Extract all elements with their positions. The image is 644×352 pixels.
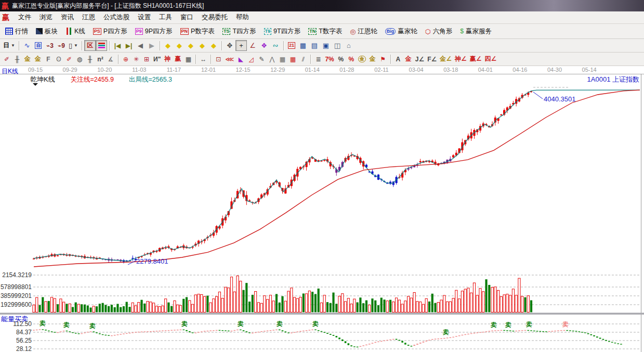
sectors-button[interactable]: 板块 [32, 25, 61, 37]
t-square-button[interactable]: TST四方形 [219, 25, 260, 37]
zoom-out-h-button[interactable]: ◆ [185, 40, 196, 51]
shift-right-button[interactable]: ◆ [174, 40, 185, 51]
angle-measure-button[interactable]: ∠ [247, 40, 258, 51]
notes-button[interactable]: ▤ [309, 40, 320, 51]
menu-item-trade[interactable]: 交易委托 [198, 12, 232, 23]
fan-square-button[interactable]: ◿ [246, 54, 256, 64]
calculator-button[interactable]: ▦ [297, 40, 309, 51]
zigzag-button[interactable]: ⋀ [267, 54, 277, 64]
percent-button[interactable]: % [336, 54, 346, 64]
crosshair-tool-button[interactable]: + [235, 40, 247, 51]
spiral-tool-button[interactable]: ʘ [54, 54, 64, 64]
ma-lines [34, 90, 640, 267]
menu-item-settings[interactable]: 设置 [134, 12, 155, 23]
brain-tool-button[interactable]: ∾ [270, 40, 281, 51]
percent-line-button[interactable]: % [346, 54, 357, 64]
kline-style-selector[interactable]: 乾坤K线 [30, 75, 55, 86]
f-angle-button[interactable]: F∠ [426, 54, 438, 64]
quotes-button[interactable]: 行情 [2, 25, 32, 37]
gold-circle-button[interactable]: 金 [357, 54, 367, 64]
winner-wheel-button[interactable]: Big赢家轮 [382, 25, 421, 37]
time-grid-button[interactable]: ╫ [85, 54, 95, 64]
time-wheel-button[interactable]: ◍ [74, 54, 85, 64]
h-span-button[interactable]: ↔ [198, 54, 208, 64]
candle-style-button[interactable]: ▯▼ [67, 40, 80, 51]
chart-canvas[interactable]: 09-1509-2910-2011-0311-1712-0112-1512-29… [0, 66, 644, 352]
prev-page-button[interactable]: ◀ [135, 40, 146, 51]
ladder-button[interactable]: ≣ [313, 54, 323, 64]
clip-tool-button[interactable]: ❖ [258, 40, 270, 51]
shift-left-button[interactable]: ◆ [162, 40, 174, 51]
t-table-button[interactable]: TNT数字表 [305, 25, 346, 37]
period-day-button[interactable]: 日▼ [2, 40, 17, 51]
menu-item-browse[interactable]: 浏览 [35, 12, 57, 23]
first-page-button[interactable]: |◀ [112, 40, 123, 51]
ray-pencil-button[interactable]: ✎ [256, 54, 267, 64]
date-tick: 03-04 [409, 67, 424, 73]
winner-service-button[interactable]: $赢家服务 [456, 25, 495, 37]
angle-ruler-button[interactable]: ∡ [106, 54, 116, 64]
next-page-button[interactable]: ▶ [146, 40, 157, 51]
menu-item-formula-stock-pick[interactable]: 公式选股 [99, 12, 134, 23]
gann-fan-button[interactable]: ⋘ [224, 54, 235, 64]
gold-angle-button[interactable]: 金∠ [438, 54, 453, 64]
gold-gann-v-button[interactable]: 金 [22, 54, 33, 64]
trend-curves-button[interactable]: ∿ [21, 40, 33, 51]
p-square-button[interactable]: PSP四方形 [89, 25, 131, 37]
wave-3-button[interactable]: ⌁3 [44, 40, 56, 51]
f-gann-button[interactable]: F [43, 54, 54, 64]
grid-lines-button[interactable]: ╫ [12, 54, 22, 64]
calendar-button[interactable]: 21 [286, 40, 297, 51]
shen-angle-button[interactable]: 神∠ [453, 54, 468, 64]
n-square-button[interactable]: n² [95, 54, 106, 64]
compass-pen-button[interactable]: ✐ [2, 54, 12, 64]
grid-box-red-button[interactable]: ▦ [287, 54, 298, 64]
info-panel-button[interactable]: 自 [33, 40, 44, 51]
9p-square-button[interactable]: P99P四方形 [132, 25, 176, 37]
grid-box-button[interactable]: ▦ [277, 54, 287, 64]
measure-compass-button[interactable]: ✐ [64, 54, 74, 64]
menu-item-news[interactable]: 资讯 [57, 12, 78, 23]
zoom-in-h-button[interactable]: ◆ [196, 40, 208, 51]
hexagon-button[interactable]: ⬡六角形 [422, 25, 456, 37]
color-histogram-button[interactable] [96, 40, 107, 51]
menu-item-file[interactable]: 文件 [14, 12, 35, 23]
ying-grid-button[interactable]: 赢 [173, 54, 183, 64]
grid-circle-button[interactable]: ⊞ [141, 54, 152, 64]
t-square-icon: TS [222, 28, 231, 35]
menu-item-tools[interactable]: 工具 [155, 12, 176, 23]
shen-grid-button[interactable]: 神 [162, 54, 173, 64]
fan-box-button[interactable]: ◣ [235, 54, 246, 64]
grid-123-button[interactable]: ▦ [183, 54, 193, 64]
gold-red-button[interactable]: 金 [403, 54, 414, 64]
last-page-button[interactable]: ▶| [123, 40, 135, 51]
gann-wheel-button[interactable]: ◎江恩轮 [346, 25, 380, 37]
parallel-rays-button[interactable]: ⫽ [298, 54, 308, 64]
menu-item-gann[interactable]: 江恩 [78, 12, 99, 23]
box-frame-button[interactable]: ⊡ [213, 54, 224, 64]
zoom-fit-button[interactable]: ◆ [208, 40, 219, 51]
remote-pc-button[interactable]: ⌂ [343, 40, 354, 51]
wave-9-button[interactable]: ⌁9 [56, 40, 67, 51]
network-share-button[interactable]: ◫ [332, 40, 343, 51]
four-angle-button[interactable]: 四∠ [483, 54, 498, 64]
kline-button[interactable]: K线 [62, 25, 89, 37]
pane-splitter[interactable] [0, 313, 644, 315]
9t-square-button[interactable]: T99T四方形 [260, 25, 305, 37]
gold-level-button[interactable]: 金 [367, 54, 378, 64]
menu-item-window[interactable]: 窗口 [176, 12, 198, 23]
p-table-button[interactable]: PNP数字表 [177, 25, 218, 37]
star-circle-button[interactable]: ✳ [131, 54, 141, 64]
target-circle-button[interactable]: ⊕ [121, 54, 131, 64]
save-button[interactable]: ▣ [320, 40, 332, 51]
hand-tool-button[interactable]: ✥ [224, 40, 235, 51]
region-kline-button[interactable]: 区 [84, 40, 96, 51]
percent-zone-button[interactable]: 7% [323, 54, 335, 64]
j-angle-button[interactable]: J∠ [414, 54, 426, 64]
gold-gann-h-button[interactable]: 金 [33, 54, 43, 64]
text-a-button[interactable]: A [393, 54, 403, 64]
menu-item-help[interactable]: 帮助 [232, 12, 253, 23]
flag-marker-button[interactable]: ⚑ [378, 54, 388, 64]
ik-wave-button[interactable]: И" [152, 54, 162, 64]
ying-angle-button[interactable]: 赢∠ [468, 54, 483, 64]
